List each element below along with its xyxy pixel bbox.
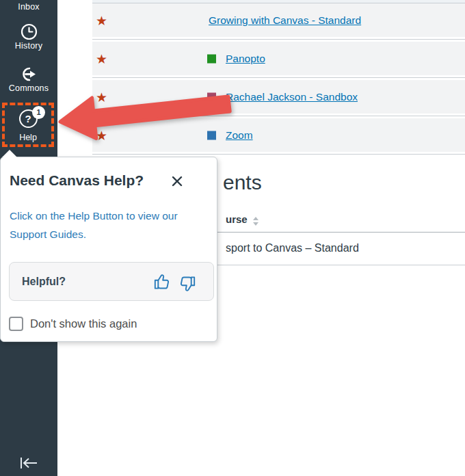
clock-icon bbox=[0, 23, 57, 41]
collapse-arrow-icon bbox=[16, 455, 41, 471]
collapse-sidebar-button[interactable] bbox=[0, 455, 57, 471]
dont-show-again-label: Don't show this again bbox=[30, 317, 137, 330]
helpful-label: Helpful? bbox=[22, 276, 66, 288]
share-arrow-icon bbox=[0, 65, 57, 83]
red-pointer-arrow bbox=[55, 88, 239, 149]
popup-title: Need Canvas Help? bbox=[10, 172, 144, 189]
thumbs-up-icon[interactable] bbox=[153, 272, 172, 293]
dont-show-again-checkbox[interactable] bbox=[9, 317, 23, 331]
course-row-growing: ★ Growing with Canvas - Standard bbox=[92, 3, 465, 37]
course-link-growing[interactable]: Growing with Canvas - Standard bbox=[209, 14, 361, 27]
table-row-divider bbox=[216, 265, 465, 265]
course-column-header-fragment[interactable]: urse bbox=[226, 213, 248, 225]
course-color-square bbox=[207, 54, 216, 63]
history-label: History bbox=[0, 41, 57, 51]
help-button-highlight: ? 1 Help bbox=[2, 103, 54, 147]
favorite-star-icon[interactable]: ★ bbox=[96, 14, 107, 27]
thumbs-down-icon[interactable] bbox=[178, 275, 196, 295]
dont-show-again-row: Don't show this again bbox=[9, 317, 137, 331]
sort-icon[interactable] bbox=[252, 216, 259, 226]
course-link-rachael[interactable]: Rachael Jackson - Sandbox bbox=[226, 91, 358, 103]
enrollments-heading-fragment: ents bbox=[223, 171, 262, 194]
help-label: Help bbox=[5, 133, 51, 142]
favorite-star-icon[interactable]: ★ bbox=[96, 52, 107, 65]
enrollment-row-fragment: sport to Canvas – Standard bbox=[226, 242, 359, 254]
inbox-label: Inbox bbox=[0, 2, 57, 12]
sidebar-item-help[interactable]: ? 1 Help bbox=[5, 105, 51, 144]
need-canvas-help-popup: Need Canvas Help? Click on the Help Butt… bbox=[0, 157, 217, 342]
course-row-panopto: ★ Panopto bbox=[92, 42, 465, 75]
sidebar-item-inbox[interactable]: Inbox bbox=[0, 2, 57, 12]
sidebar-item-commons[interactable]: Commons bbox=[0, 65, 57, 93]
course-link-panopto[interactable]: Panopto bbox=[226, 53, 265, 65]
table-header-divider bbox=[217, 232, 465, 233]
popup-body-text: Click on the Help Button to view our Sup… bbox=[10, 207, 202, 243]
commons-label: Commons bbox=[0, 83, 57, 93]
sidebar-item-history[interactable]: History bbox=[0, 23, 57, 51]
close-icon[interactable] bbox=[169, 174, 185, 190]
helpful-feedback-box: Helpful? bbox=[9, 262, 214, 301]
help-notification-badge: 1 bbox=[32, 106, 45, 119]
popup-caret bbox=[2, 150, 17, 157]
